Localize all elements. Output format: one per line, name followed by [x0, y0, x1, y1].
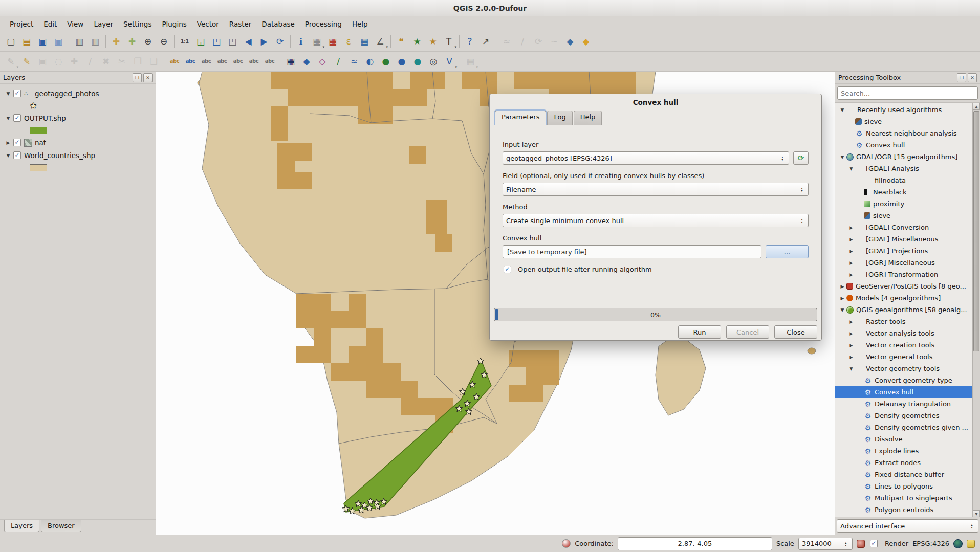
layer-item[interactable]: ▼✓World_countries_shp [0, 149, 156, 162]
zoom-native-button[interactable]: 1:1 [177, 34, 192, 49]
vector-analysis-tool-button[interactable]: ◆ [299, 54, 314, 69]
scroll-down-icon[interactable]: ▼ [973, 510, 980, 517]
select-features-button[interactable]: ▦▾ [309, 34, 324, 49]
toolbox-item[interactable]: Densify geometries given ... [835, 422, 972, 433]
simplify-tool-button[interactable]: ∕ [331, 54, 346, 69]
whats-this-button[interactable]: ↗ [478, 34, 493, 49]
layer-visibility-checkbox[interactable]: ✓ [13, 114, 21, 122]
expand-arrow-icon[interactable]: ▶ [847, 272, 855, 277]
show-bookmarks-button[interactable]: ★ [425, 34, 441, 49]
crs-status-icon[interactable] [953, 539, 963, 548]
toolbox-item[interactable]: Convert geometry type [835, 374, 972, 386]
menu-database[interactable]: Database [257, 18, 299, 30]
toolbox-item[interactable]: Nearest neighbour analysis [835, 127, 972, 139]
measure-button[interactable]: ∠▾ [373, 34, 388, 49]
plugin-installer-button[interactable]: ◆ [578, 34, 594, 49]
label-toolbar-4-button[interactable]: abc [214, 54, 230, 69]
expand-arrow-icon[interactable]: ▶ [838, 296, 846, 301]
toolbox-item[interactable]: ▼QGIS geoalgorithms [58 geoalg... [835, 304, 972, 316]
toolbox-scrollbar[interactable]: ▲ ▼ [972, 103, 980, 517]
label-toolbar-5-button[interactable]: abc [230, 54, 246, 69]
web-globe-2-button[interactable]: ● [394, 54, 409, 69]
gps-tool-button[interactable]: ◎ [426, 54, 441, 69]
toolbox-item[interactable]: ▶[GDAL] Miscellaneous [835, 233, 972, 245]
toolbox-item[interactable]: sieve [835, 116, 972, 127]
coordinate-input[interactable] [618, 537, 772, 550]
toolbox-item[interactable]: ▼Vector geometry tools [835, 363, 972, 374]
new-bookmark-button[interactable]: ★ [409, 34, 425, 49]
azimuth-tool-button[interactable]: ◐ [362, 54, 378, 69]
toolbox-item[interactable]: ▶Models [4 geoalgorithms] [835, 292, 972, 304]
browse-output-button[interactable]: ... [766, 245, 809, 258]
tab-parameters[interactable]: Parameters [495, 111, 546, 125]
menu-vector[interactable]: Vector [192, 18, 224, 30]
iterate-layer-button[interactable]: ⟳ [793, 151, 809, 165]
output-file-input[interactable]: [Save to temporary file] [503, 245, 761, 258]
expand-arrow-icon[interactable]: ▶ [4, 140, 12, 145]
toolbox-item[interactable]: Densify geometries [835, 410, 972, 422]
menu-edit[interactable]: Edit [39, 18, 61, 30]
expand-arrow-icon[interactable]: ▶ [847, 343, 855, 348]
label-toolbar-7-button[interactable]: abc [262, 54, 277, 69]
collapse-arrow-icon[interactable]: ▼ [847, 366, 855, 371]
vector-geometry-tool-button[interactable]: ◇ [315, 54, 330, 69]
toolbox-item[interactable]: ▶GeoServer/PostGIS tools [8 geo... [835, 280, 972, 292]
scale-combo[interactable]: 3914000 ▴▾ [798, 538, 853, 550]
web-globe-3-button[interactable]: ● [410, 54, 425, 69]
menu-layer[interactable]: Layer [89, 18, 118, 30]
tab-help[interactable]: Help [574, 111, 602, 125]
map-tips-button[interactable]: ❝ [394, 34, 409, 49]
zoom-next-button[interactable]: ▶ [256, 34, 272, 49]
expand-arrow-icon[interactable]: ▶ [847, 260, 855, 266]
help-contents-button[interactable]: ? [462, 34, 477, 49]
open-project-button[interactable]: ▤ [19, 34, 34, 49]
tab-browser[interactable]: Browser [41, 520, 81, 532]
zoom-out-button[interactable]: ⊖ [156, 34, 171, 49]
save-project-button[interactable]: ▣ [35, 34, 50, 49]
float-panel-icon[interactable]: ❐ [957, 73, 966, 82]
python-console-button[interactable]: ◆ [562, 34, 578, 49]
raster-checker-tool-button[interactable]: ▦ [283, 54, 298, 69]
save-project-as-button[interactable]: ▣ [51, 34, 66, 49]
toolbox-item[interactable]: Convex hull [835, 139, 972, 151]
web-globe-1-button[interactable]: ● [378, 54, 394, 69]
toolbox-item[interactable]: Fixed distance buffer [835, 469, 972, 480]
toolbox-item[interactable]: Nearblack [835, 186, 972, 198]
close-panel-icon[interactable]: ✕ [968, 73, 977, 82]
toolbox-item[interactable]: ▶[OGR] Transformation [835, 269, 972, 280]
toolbox-item[interactable]: fillnodata [835, 174, 972, 186]
expand-arrow-icon[interactable]: ▶ [847, 331, 855, 336]
toolbox-search-input[interactable] [837, 86, 978, 100]
toolbox-item[interactable]: ▼[GDAL] Analysis [835, 163, 972, 174]
text-annotation-button[interactable]: T▾ [441, 34, 456, 49]
layer-visibility-checkbox[interactable]: ✓ [13, 151, 21, 159]
toolbox-item[interactable]: Extract nodes [835, 457, 972, 469]
pan-to-selection-button[interactable]: ✚ [124, 34, 140, 49]
toolbox-item[interactable]: Lines to polygons [835, 480, 972, 492]
input-layer-combo[interactable]: geotagged_photos [EPSG:4326] ▴▾ [503, 151, 789, 165]
label-settings-button[interactable]: abc [167, 54, 182, 69]
layer-item[interactable]: ▶✓nat [0, 136, 156, 149]
menu-view[interactable]: View [62, 18, 88, 30]
menu-plugins[interactable]: Plugins [157, 18, 191, 30]
toolbox-item[interactable]: ▶[GDAL] Projections [835, 245, 972, 257]
toolbox-item[interactable]: Explode lines [835, 445, 972, 457]
class-field-combo[interactable]: Filename ▴▾ [503, 183, 809, 196]
pan-map-button[interactable]: ✚ [108, 34, 124, 49]
collapse-arrow-icon[interactable]: ▼ [4, 153, 12, 158]
toolbox-item[interactable]: ▼GDAL/OGR [15 geoalgorithms] [835, 151, 972, 163]
toolbox-item[interactable]: ▶Vector general tools [835, 351, 972, 363]
tab-layers[interactable]: Layers [4, 520, 39, 532]
coordinate-capture-icon[interactable] [562, 539, 571, 548]
menu-settings[interactable]: Settings [119, 18, 156, 30]
offset-tool-button[interactable]: ≈ [346, 54, 362, 69]
layer-item[interactable]: ▼✓∴geotagged_photos [0, 87, 156, 100]
label-toolbar-6-button[interactable]: abc [246, 54, 262, 69]
toolbox-item[interactable]: Multipart to singleparts [835, 492, 972, 504]
interface-mode-combo[interactable]: Advanced interface ▴▾ [837, 519, 978, 533]
topology-checker-button[interactable]: V▾ [442, 54, 457, 69]
collapse-arrow-icon[interactable]: ▼ [838, 154, 846, 160]
expand-arrow-icon[interactable]: ▶ [847, 319, 855, 324]
zoom-in-button[interactable]: ⊕ [140, 34, 156, 49]
tab-log[interactable]: Log [547, 111, 572, 125]
